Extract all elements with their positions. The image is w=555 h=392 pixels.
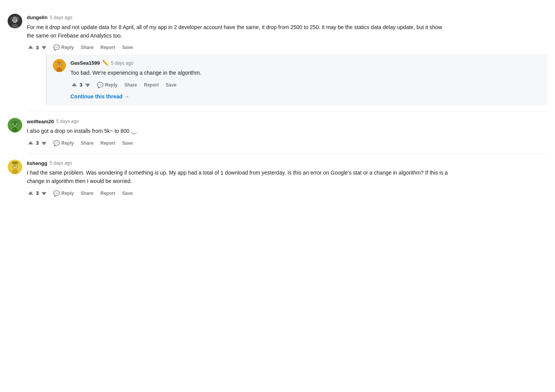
save-button-dungelin[interactable]: Save [121,44,134,51]
comment-meta-dungelin: dungelin 5 days ago [27,14,547,21]
reply-icon-lishengg: 💬 [53,190,60,196]
avatar-gassea [53,59,66,72]
report-button-lishengg[interactable]: Report [99,190,117,197]
save-button-lishengg[interactable]: Save [121,190,134,197]
upvote-icon-lishengg [28,190,34,196]
comment-meta-lishengg: lishengg 5 days ago [27,160,547,167]
comment-wolfteam20: wolfteam20 5 days ago I also got a drop … [8,118,547,147]
avatar-lishengg [8,160,22,174]
downvote-icon-gassea [85,82,91,88]
comment-text-lishengg: I had the same problem. Was wondering if… [27,168,448,186]
comment-dungelin: dungelin 5 days ago For me it drop and n… [8,14,547,105]
vote-count-wolfteam20: 3 [36,139,39,147]
mod-pencil-icon: ✏️ [102,59,109,67]
comment-author-gassea: GasSea1599 [70,59,100,67]
vote-count-gassea: 3 [80,81,82,89]
svg-point-30 [17,165,18,166]
nested-comments-dungelin: GasSea1599 ✏️ 5 days ago Too bad. We're … [46,54,547,105]
comment-time-gassea: 5 days ago [111,60,134,67]
upvote-button-lishengg[interactable] [27,189,34,197]
continue-thread-section: Continue this thread → [70,93,541,101]
svg-point-22 [13,124,14,124]
comment-meta-gassea: GasSea1599 ✏️ 5 days ago [70,59,541,67]
comment-body-lishengg: lishengg 5 days ago I had the same probl… [27,160,547,197]
reply-icon-dungelin: 💬 [53,44,60,51]
reply-button-lishengg[interactable]: 💬 Reply [52,189,75,197]
comment-actions-wolfteam20: 3 💬 Reply Share Report [27,139,547,147]
comment-text-wolfteam20: I also got a drop on installs from 5k~ t… [27,127,448,135]
reply-icon-wolfteam20: 💬 [53,140,60,146]
downvote-icon-wolfteam20 [41,140,47,146]
vote-section-wolfteam20: 3 [27,139,48,147]
comment-time-dungelin: 5 days ago [50,14,72,21]
upvote-icon-dungelin [28,44,34,51]
report-button-wolfteam20[interactable]: Report [99,140,117,147]
comment-time-lishengg: 5 days ago [49,160,72,167]
comment-actions-dungelin: 3 💬 Reply Share Report [27,44,547,51]
comment-body-wolfteam20: wolfteam20 5 days ago I also got a drop … [27,118,547,147]
comment-author-wolfteam20: wolfteam20 [27,118,54,126]
avatar-dungelin [8,14,22,28]
downvote-icon-lishengg [41,190,47,196]
vote-count-dungelin: 3 [36,44,39,52]
report-button-dungelin[interactable]: Report [99,44,117,51]
report-button-gassea[interactable]: Report [142,82,160,88]
svg-point-14 [58,64,59,64]
downvote-icon-dungelin [41,44,47,51]
vote-section-dungelin: 3 [27,44,48,51]
upvote-button-wolfteam20[interactable] [27,139,34,147]
save-button-gassea[interactable]: Save [164,82,178,88]
comment-thread: dungelin 5 days ago For me it drop and n… [0,8,555,206]
comment-body-gassea: GasSea1599 ✏️ 5 days ago Too bad. We're … [70,59,541,100]
share-button-lishengg[interactable]: Share [79,190,95,197]
share-button-gassea[interactable]: Share [123,82,139,88]
upvote-button-dungelin[interactable] [27,44,34,51]
vote-count-lishengg: 3 [36,189,39,197]
comment-actions-gassea: 3 💬 Reply [70,81,541,89]
svg-rect-33 [13,162,17,163]
comment-meta-wolfteam20: wolfteam20 5 days ago [27,118,547,126]
reply-button-wolfteam20[interactable]: 💬 Reply [52,139,75,147]
avatar-wolfteam20 [8,118,22,132]
comment-text-gassea: Too bad. We're experiencing a change in … [70,69,491,77]
downvote-button-wolfteam20[interactable] [40,139,48,147]
downvote-button-gassea[interactable] [84,81,91,89]
share-button-wolfteam20[interactable]: Share [79,140,95,147]
comment-body-dungelin: dungelin 5 days ago For me it drop and n… [27,14,547,105]
comment-text-dungelin: For me it drop and not update data for 8… [27,23,448,40]
downvote-button-lishengg[interactable] [40,189,48,197]
reply-button-gassea[interactable]: 💬 Reply [95,81,119,89]
comment-time-wolfteam20: 5 days ago [56,118,79,125]
divider-1 [27,111,547,112]
divider-2 [27,153,547,154]
comment-actions-lishengg: 3 💬 Reply Share Report [27,189,547,197]
upvote-icon-gassea [71,82,77,88]
vote-section-gassea: 3 [70,81,91,89]
svg-point-29 [13,165,14,166]
share-button-dungelin[interactable]: Share [79,44,95,51]
downvote-button-dungelin[interactable] [40,44,48,51]
svg-point-15 [61,64,62,64]
svg-point-1 [12,16,18,23]
svg-point-23 [17,124,18,124]
svg-point-6 [13,20,14,21]
save-button-wolfteam20[interactable]: Save [121,140,134,147]
comment-lishengg: lishengg 5 days ago I had the same probl… [8,160,547,197]
comment-gassea: GasSea1599 ✏️ 5 days ago Too bad. We're … [53,59,541,100]
comment-author-dungelin: dungelin [27,14,47,21]
upvote-icon-wolfteam20 [28,140,34,146]
svg-point-7 [17,20,18,21]
svg-point-2 [11,17,13,20]
upvote-button-gassea[interactable] [70,81,78,89]
comment-author-lishengg: lishengg [27,160,47,167]
reply-button-dungelin[interactable]: 💬 Reply [52,44,75,51]
continue-thread-link[interactable]: Continue this thread → [70,93,129,100]
vote-section-lishengg: 3 [27,189,48,197]
reply-icon-gassea: 💬 [97,82,103,88]
svg-point-3 [17,17,19,20]
